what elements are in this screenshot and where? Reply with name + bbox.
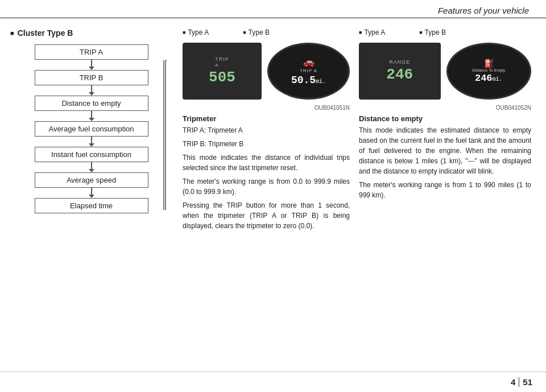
flow-arrow-4: [88, 137, 95, 147]
flow-box-trip-b: TRIP B: [35, 70, 148, 85]
mid-section-title: Tripmeter: [183, 114, 350, 123]
mid-line1: TRIP A: Tripmeter A: [183, 125, 350, 135]
flow-arrow-6: [88, 188, 95, 198]
mid-oub-label: OUB041051N: [183, 105, 350, 111]
flow-chart-wrapper: TRIP A TRIP B Distance to empty Average …: [10, 44, 172, 213]
flow-box-inst-fuel: Instant fuel consumption: [35, 147, 148, 162]
right-oub-label: OUB041052N: [359, 105, 531, 111]
flow-box-avg-fuel: Average fuel consumption: [35, 121, 148, 137]
page-header: Features of your vehicle: [0, 0, 546, 18]
right-gauge-dte: ⛽ Distance To Empty 246mi.: [446, 43, 532, 100]
right-gauges-row: RANGE 246 ⛽ Distance To Empty 246mi.: [359, 40, 531, 102]
flow-box-elapsed: Elapsed time: [35, 198, 148, 213]
right-column: Type A Type B RANGE 246 ⛽ Distance To Em…: [354, 28, 536, 365]
car-icon: 🚗: [303, 56, 315, 67]
page-number: 51: [519, 377, 532, 387]
mid-gauge-a-label: TRIPA: [215, 56, 229, 68]
mid-para1: This mode indicates the distance of indi…: [183, 152, 350, 173]
mid-gauge-b: 🚗 TRIP A 50.5mi.: [267, 43, 350, 100]
right-type-b-label: Type B: [419, 28, 446, 36]
cluster-title: Cluster Type B: [10, 28, 172, 38]
mid-type-a-label: Type A: [183, 28, 209, 36]
flow-arrow-2: [88, 85, 95, 96]
flow-arrow-5: [88, 162, 95, 172]
flow-box-avg-speed: Average speed: [35, 172, 148, 188]
right-dte-value: 246mi.: [475, 73, 503, 84]
left-column: Cluster Type B TRIP A TRIP B Distance to…: [10, 28, 178, 365]
mid-gauge-b-value: 50.5mi.: [291, 75, 326, 86]
right-section-title: Distance to empty: [359, 114, 531, 123]
mid-gauges-row: TRIPA 505 🚗 TRIP A 50.5mi.: [183, 40, 350, 102]
mid-type-labels: Type A Type B: [183, 28, 350, 36]
flow-arrow-3: [88, 111, 95, 121]
mid-type-b-label: Type B: [243, 28, 270, 36]
car-fuel-icon: ⛽: [484, 59, 494, 68]
main-content: Cluster Type B TRIP A TRIP B Distance to…: [0, 18, 546, 365]
flow-box-distance: Distance to empty: [35, 96, 148, 111]
right-type-labels: Type A Type B: [359, 28, 531, 36]
mid-para2: The meter's working range is from 0.0 to…: [183, 176, 350, 197]
right-gauge-range: RANGE 246: [359, 43, 441, 100]
right-para1: This mode indicates the estimated distan…: [359, 125, 531, 176]
middle-column: Type A Type B TRIPA 505 🚗 TRIP A 50.5mi.…: [178, 28, 354, 365]
right-gauge-range-label: RANGE: [389, 59, 410, 65]
flow-arrow-1: [88, 60, 95, 70]
mid-gauge-a: TRIPA 505: [183, 43, 262, 100]
page-footer: 4 51: [0, 372, 546, 392]
header-title: Features of your vehicle: [438, 6, 529, 15]
page-numbers: 4 51: [511, 377, 532, 387]
right-dte-label: Distance To Empty: [472, 68, 505, 73]
right-para2: The meter's working range is from 1 to 9…: [359, 180, 531, 200]
mid-para3: Pressing the TRIP button for more than 1…: [183, 200, 350, 231]
mid-gauge-a-value: 505: [209, 69, 235, 86]
mid-line2: TRIP B: Tripmeter B: [183, 139, 350, 149]
flow-box-trip-a: TRIP A: [35, 44, 148, 60]
page-section-number: 4: [511, 377, 519, 387]
right-gauge-range-value: 246: [386, 66, 413, 83]
mid-gauge-b-label: TRIP A: [300, 68, 317, 73]
right-type-a-label: Type A: [359, 28, 385, 36]
